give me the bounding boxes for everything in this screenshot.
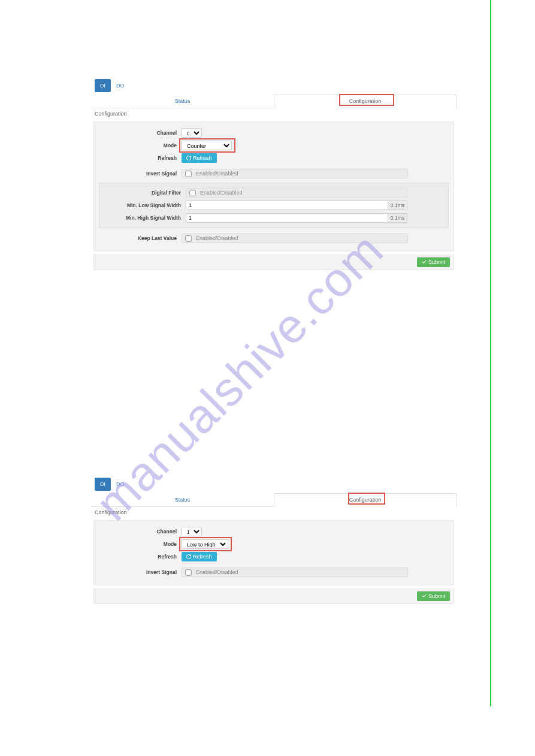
check-icon	[422, 594, 427, 599]
digital-filter-placeholder: Enabled/Disabled	[200, 190, 243, 196]
status-config-tabs: Status Configuration	[91, 493, 457, 507]
refresh-button-label: Refresh	[193, 554, 212, 560]
refresh-button[interactable]: Refresh	[182, 552, 217, 561]
channel-label: Channel	[99, 130, 182, 136]
tab-configuration-label: Configuration	[349, 497, 382, 503]
mode-select[interactable]: Counter	[182, 141, 232, 150]
keep-last-placeholder: Enabled/Disabled	[196, 235, 238, 241]
tab-di-label: DI	[100, 481, 105, 487]
submit-button[interactable]: Submit	[417, 257, 450, 267]
tab-status[interactable]: Status	[91, 493, 274, 506]
keep-last-label: Keep Last Value	[99, 235, 182, 241]
configuration-header: Configuration	[91, 108, 457, 119]
min-low-label: Min. Low Signal Width	[103, 202, 186, 208]
digital-filter-label: Digital Filter	[103, 190, 186, 196]
refresh-label: Refresh	[99, 155, 182, 161]
config-panel-2: DI DO Status Configuration Configuration…	[91, 478, 457, 606]
tab-status-label: Status	[175, 98, 191, 104]
mode-label: Mode	[99, 142, 182, 148]
refresh-button[interactable]: Refresh	[182, 153, 217, 163]
channel-label: Channel	[99, 529, 182, 535]
config-panel-1: DI DO Status Configuration Configuration…	[91, 79, 457, 272]
invert-signal-checkbox[interactable]	[185, 171, 191, 177]
min-high-suffix: 0.1ms	[388, 213, 407, 223]
refresh-label: Refresh	[99, 554, 182, 560]
refresh-icon	[186, 554, 191, 559]
footer-bar: Submit	[93, 254, 454, 270]
min-high-input[interactable]	[186, 213, 388, 223]
page-border	[490, 0, 491, 706]
min-low-input[interactable]	[186, 201, 388, 210]
io-tabs: DI DO	[95, 478, 457, 491]
tab-di-label: DI	[100, 83, 105, 89]
mode-select[interactable]: Low to High Latch	[182, 539, 228, 549]
invert-signal-checkbox[interactable]	[185, 569, 191, 575]
submit-button[interactable]: Submit	[417, 591, 450, 601]
tab-configuration[interactable]: Configuration	[274, 493, 457, 507]
tab-do-label: DO	[116, 481, 125, 487]
invert-signal-label: Invert Signal	[99, 569, 182, 575]
tab-do[interactable]: DO	[111, 478, 130, 491]
footer-bar: Submit	[93, 588, 454, 604]
channel-section: Channel 0 Mode Counter Refresh Refresh	[93, 122, 454, 251]
digital-filter-checkbox[interactable]	[189, 190, 195, 196]
digital-filter-box: Digital Filter Enabled/Disabled Min. Low…	[99, 183, 449, 228]
configuration-header: Configuration	[91, 507, 457, 518]
channel-select[interactable]: 0	[182, 128, 202, 138]
channel-section: Channel 1 Mode Low to High Latch Refresh	[93, 520, 454, 585]
tab-do-label: DO	[116, 83, 125, 89]
tab-status[interactable]: Status	[91, 95, 274, 108]
submit-button-label: Submit	[428, 259, 445, 265]
check-icon	[422, 260, 427, 265]
tab-di[interactable]: DI	[95, 79, 111, 92]
tab-di[interactable]: DI	[95, 478, 111, 491]
mode-label: Mode	[99, 541, 182, 547]
tab-status-label: Status	[175, 497, 191, 503]
io-tabs: DI DO	[95, 79, 457, 92]
min-low-suffix: 0.1ms	[388, 201, 407, 210]
tab-configuration-label: Configuration	[349, 98, 382, 104]
submit-button-label: Submit	[428, 593, 445, 599]
tab-do[interactable]: DO	[111, 79, 130, 92]
refresh-icon	[186, 156, 191, 160]
invert-signal-field: Enabled/Disabled	[182, 567, 408, 577]
digital-filter-field: Enabled/Disabled	[186, 188, 407, 198]
status-config-tabs: Status Configuration	[91, 95, 457, 108]
channel-select[interactable]: 1	[182, 527, 202, 536]
invert-signal-field: Enabled/Disabled	[182, 169, 408, 178]
invert-signal-label: Invert Signal	[99, 171, 182, 177]
keep-last-field: Enabled/Disabled	[182, 233, 408, 243]
keep-last-checkbox[interactable]	[185, 235, 191, 241]
refresh-button-label: Refresh	[193, 155, 212, 161]
invert-signal-placeholder: Enabled/Disabled	[196, 171, 238, 177]
invert-signal-placeholder: Enabled/Disabled	[196, 569, 238, 575]
min-high-label: Min. High Signal Width	[103, 215, 186, 221]
tab-configuration[interactable]: Configuration	[274, 95, 457, 108]
